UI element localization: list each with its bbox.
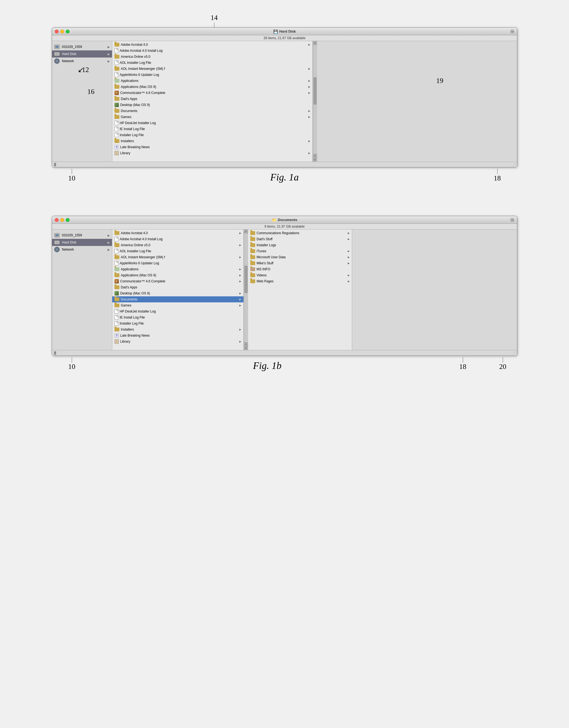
ref18-fig1b: 18 — [459, 357, 466, 371]
list-item[interactable]: Applications (Mac OS 9) ▶ — [112, 272, 243, 278]
sidebar-item-network[interactable]: Network ▶ — [52, 58, 112, 65]
doc-icon — [114, 315, 118, 320]
scroll-down-1b[interactable]: ▼ — [244, 346, 248, 350]
scroll-down-upper-1b[interactable]: ▼ — [244, 342, 248, 346]
maximize-button[interactable] — [66, 30, 70, 33]
list-item[interactable]: Dad's Apps — [112, 284, 243, 290]
list-item[interactable]: Desktop (Mac OS 9) — [112, 102, 312, 108]
ref16-outer: 16 — [87, 88, 94, 96]
list-item[interactable]: Installers ▶ — [112, 326, 243, 333]
list-item[interactable]: ? Late Breaking News — [112, 144, 312, 150]
list-item[interactable]: AppleWorks 6 Updater Log — [112, 72, 312, 78]
list-item[interactable]: Installer Log File — [112, 320, 243, 326]
sidebar-arrow-1b-2: ▶ — [108, 241, 110, 244]
minimize-button-1b[interactable] — [60, 218, 64, 222]
list-item[interactable]: America Online v5.0 — [112, 54, 312, 60]
right-empty-panel-1b — [352, 230, 517, 350]
sidebar-item-harddisk-1b[interactable]: Hard Disk ▶ — [52, 239, 112, 246]
list-item[interactable]: Adobe Acrobat 4.0 ▶ — [112, 230, 243, 236]
scrollbar-thumb[interactable] — [314, 77, 317, 105]
doc-icon — [114, 121, 118, 125]
scroll-up-1b[interactable]: ▲ — [244, 230, 248, 233]
list-item-selected[interactable]: Documents ▶ — [112, 296, 243, 302]
sidebar-item-computer[interactable]: 031029_1559 ▶ — [52, 43, 112, 50]
minimize-button[interactable] — [60, 30, 64, 33]
folder-icon — [114, 43, 119, 47]
list-item[interactable]: Communications Regulations ▶ — [248, 230, 352, 236]
list-item[interactable]: Mike's Stuff ▶ — [248, 260, 352, 266]
list-item[interactable]: AOL Installer Log File — [112, 60, 312, 66]
file-list-1b: Adobe Acrobat 4.0 ▶ Adobe Acrobat 4.0 In… — [112, 230, 243, 345]
list-item[interactable]: Applications (Mac OS 9) ▶ — [112, 84, 312, 90]
folder-icon — [114, 97, 119, 101]
list-item[interactable]: Library ▶ — [112, 150, 312, 156]
app-icon: ✦ — [114, 279, 119, 283]
scrollbar-1b[interactable]: ▲ ▼ ▼ — [244, 230, 248, 350]
doc-icon — [114, 61, 118, 65]
list-item[interactable]: Applications ▶ — [112, 78, 312, 84]
list-item[interactable]: Documents ▶ — [112, 108, 312, 114]
sidebar-item-network-1b[interactable]: Network ▶ — [52, 246, 112, 253]
list-item[interactable]: Installer Logs — [248, 242, 352, 248]
folder-icon — [114, 139, 119, 143]
folder-icon — [114, 273, 119, 277]
list-item[interactable]: IE Install Log File — [112, 314, 243, 320]
list-item[interactable]: ? Late Breaking News — [112, 333, 243, 339]
scroll-up[interactable]: ▲ — [313, 41, 317, 45]
right-empty-panel — [317, 41, 517, 162]
list-item[interactable]: AOL Instant Messenger (SM) f ▶ — [112, 254, 243, 260]
list-item[interactable]: Dad's Apps — [112, 96, 312, 102]
list-item[interactable]: Adobe Acrobat 4.0 Install Log — [112, 236, 243, 242]
list-item[interactable]: Microsoft User Data ▶ — [248, 254, 352, 260]
list-item[interactable]: Videos ▶ — [248, 272, 352, 278]
folder-icon — [250, 231, 255, 235]
list-item[interactable]: America Online v5.0 ▶ — [112, 242, 243, 248]
folder-icon — [114, 85, 119, 89]
question-icon: ? — [114, 333, 119, 338]
folder-icon — [114, 328, 119, 331]
list-item[interactable]: ✦ Communicator™ 4.6 Complete ▶ — [112, 90, 312, 96]
doc-icon — [114, 133, 118, 137]
network-icon-1b — [54, 247, 60, 252]
list-item[interactable]: Adobe Acrobat 4.0 Install Log — [112, 48, 312, 54]
resize-handle-1b[interactable]: ⋰ — [513, 351, 516, 355]
list-item[interactable]: AppleWorks 6 Updater Log — [112, 260, 243, 266]
maximize-button-1b[interactable] — [66, 218, 70, 222]
sidebar-item-harddisk[interactable]: Hard Disk ▶ — [52, 50, 112, 58]
list-item[interactable]: iTunes ▶ — [248, 248, 352, 254]
window-bottom-1b: ▐▌ ⋰ — [52, 350, 517, 356]
scrollbar-thumb-1b[interactable] — [245, 266, 248, 293]
list-item[interactable]: AOL Instant Messenger (SM) f ▶ — [112, 66, 312, 72]
collapse-button-1b[interactable]: ▭ — [510, 218, 514, 222]
close-button[interactable] — [55, 30, 59, 33]
list-item[interactable]: HP DeskJet Installer Log — [112, 120, 312, 126]
list-item[interactable]: Games ▶ — [112, 114, 312, 120]
scrollbar[interactable]: ▲ ▼ ▼ — [313, 41, 317, 162]
list-item[interactable]: Applications ▶ — [112, 266, 243, 272]
list-item[interactable]: Desktop (Mac OS 9) ▶ — [112, 290, 243, 296]
list-item[interactable]: Dad's Stuff ▶ — [248, 236, 352, 242]
list-item[interactable]: ✦ Communicator™ 4.6 Complete ▶ — [112, 278, 243, 284]
resize-handle[interactable]: ⋰ — [513, 163, 516, 167]
scroll-down[interactable]: ▼ — [313, 158, 317, 162]
list-item[interactable]: MS INFO — [248, 266, 352, 272]
status-bar: 39 items, 21.97 GB available — [52, 35, 517, 41]
computer-icon-1b — [54, 233, 60, 238]
app-icon — [114, 103, 119, 107]
list-item[interactable]: HP DeskJet Installer Log — [112, 308, 243, 314]
list-item[interactable]: Installers ▶ — [112, 138, 312, 144]
collapse-button[interactable]: ▭ — [510, 30, 514, 33]
list-item[interactable]: Library ▶ — [112, 339, 243, 345]
list-item[interactable]: Games ▶ — [112, 302, 243, 308]
list-item[interactable]: Web Pages ▶ — [248, 278, 352, 284]
sidebar-item-computer-1b[interactable]: 031029_1559 ▶ — [52, 232, 112, 239]
sidebar-item-label: Network — [62, 59, 105, 63]
close-button-1b[interactable] — [55, 218, 59, 222]
list-item[interactable]: Installer Log File — [112, 132, 312, 138]
scroll-down-upper[interactable]: ▼ — [313, 154, 317, 158]
list-item[interactable]: Adobe Acrobat 4.0 ▶ — [112, 42, 312, 48]
window-bottom: ▐▌ ⋰ — [52, 162, 517, 167]
list-item[interactable]: AOL Installer Log File — [112, 248, 243, 254]
list-item[interactable]: IE Install Log File — [112, 126, 312, 132]
fig1b-container: 📁 Documents ▭ 9 items, 21.97 GB availabl… — [52, 216, 517, 371]
